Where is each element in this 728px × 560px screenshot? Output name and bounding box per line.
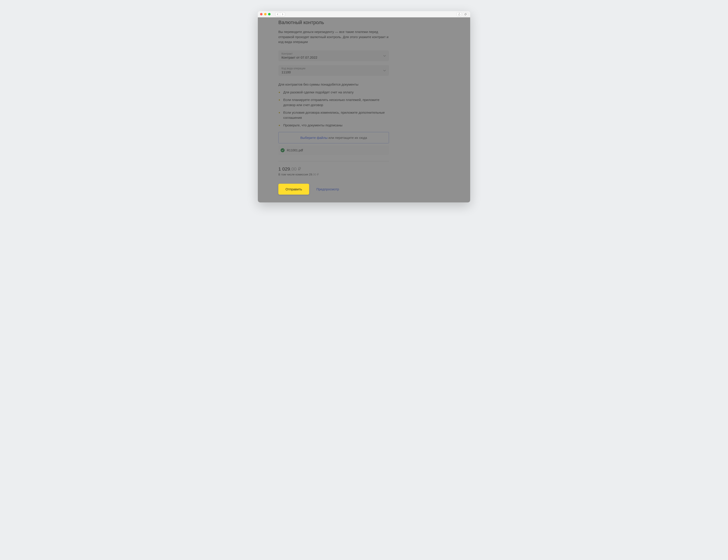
tabs-button[interactable] <box>463 12 468 16</box>
window-traffic-lights <box>260 13 271 15</box>
submit-button[interactable]: Отправить <box>278 184 309 195</box>
choose-files-link[interactable]: Выберите файлы <box>300 136 327 140</box>
file-name: R11001.pdf <box>287 149 303 152</box>
chevron-down-icon <box>383 68 386 72</box>
intro-text: Вы переводите деньги нерезиденту — все т… <box>278 29 389 45</box>
documents-note: Для контрактов без суммы понадобятся док… <box>278 83 389 86</box>
list-item: Для разовой сделки подойдет счет на опла… <box>278 90 389 95</box>
window-titlebar <box>258 11 470 17</box>
svg-rect-0 <box>464 14 466 15</box>
operation-code-select[interactable]: Код вида операции 11100 <box>278 65 389 76</box>
documents-list: Для разовой сделки подойдет счет на опла… <box>278 90 389 128</box>
list-item: Если планируете отправлять несколько пла… <box>278 97 389 108</box>
check-icon <box>281 148 285 152</box>
uploaded-file-row[interactable]: R11001.pdf <box>278 146 389 155</box>
list-item: Проверьте, что документы подписаны <box>278 123 389 128</box>
maximize-window-button[interactable] <box>268 13 271 15</box>
nav-forward-button[interactable] <box>280 12 285 16</box>
chevron-down-icon <box>383 54 386 58</box>
list-item: Если условия договора изменялись, прилож… <box>278 110 389 120</box>
contract-value: Контракт от 07.07.2022 <box>281 56 317 59</box>
nav-back-button[interactable] <box>275 12 280 16</box>
minimize-window-button[interactable] <box>264 13 267 15</box>
dropzone-hint: или перетащите их сюда <box>328 136 367 140</box>
page-title: Валютный контроль <box>278 20 389 25</box>
form-content: Валютный контроль Вы переводите деньги н… <box>258 17 409 203</box>
operation-value: 11100 <box>281 70 305 74</box>
contract-label: Контракт <box>281 52 317 55</box>
contract-select[interactable]: Контракт Контракт от 07.07.2022 <box>278 50 389 61</box>
file-dropzone[interactable]: Выберите файлы или перетащите их сюда <box>278 132 389 143</box>
preview-button[interactable]: Предпросмотр <box>316 187 339 191</box>
total-amount: 1 029,00 ₽ <box>278 166 389 172</box>
app-window: Валютный контроль Вы переводите деньги н… <box>258 11 470 203</box>
operation-label: Код вида операции <box>281 67 305 70</box>
close-window-button[interactable] <box>260 13 263 15</box>
commission-text: В том числе комиссия 29,00 ₽ <box>278 173 389 176</box>
share-button[interactable] <box>457 12 462 16</box>
svg-rect-1 <box>465 13 467 15</box>
